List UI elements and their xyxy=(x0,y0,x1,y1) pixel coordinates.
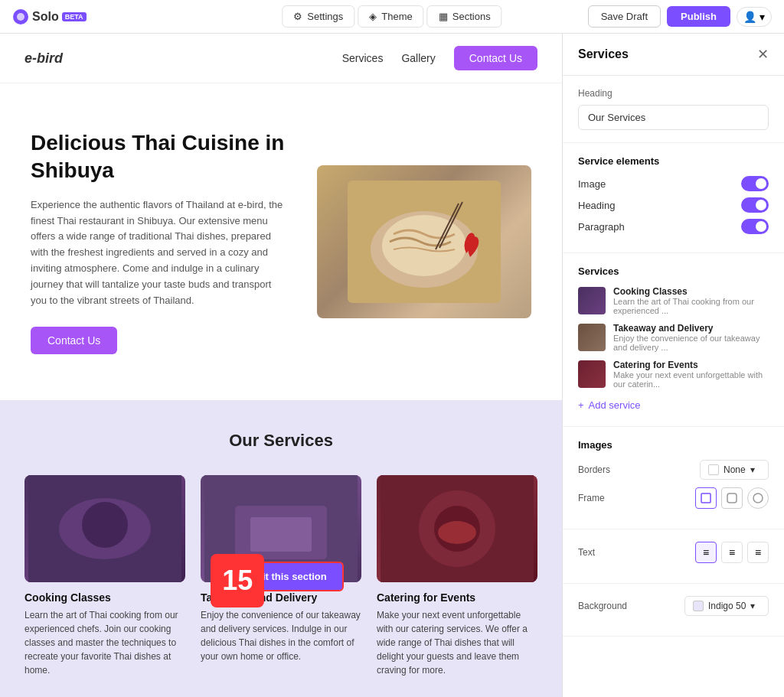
panel-heading-label: Heading xyxy=(578,88,769,99)
theme-icon: ◈ xyxy=(369,11,377,22)
site-nav: e-bird Services Gallery Contact Us xyxy=(0,34,562,83)
background-row: Background Indigo 50 ▾ xyxy=(578,596,769,616)
toggle-paragraph-label: Paragraph xyxy=(578,221,625,233)
hero-section: Delicious Thai Cuisine in Shibuya Experi… xyxy=(0,83,562,400)
services-grid: Cooking Classes Learn the art of Thai co… xyxy=(24,475,537,677)
panel-title: Services xyxy=(578,47,629,61)
toggle-paragraph[interactable] xyxy=(741,219,769,234)
publish-button[interactable]: Publish xyxy=(667,6,730,27)
toggle-image[interactable] xyxy=(741,176,769,191)
step-badge: 15 xyxy=(211,554,264,607)
borders-checkbox xyxy=(708,464,719,475)
circle-frame-icon xyxy=(753,493,763,503)
hero-cta-button[interactable]: Contact Us xyxy=(31,327,117,354)
hero-content: Delicious Thai Cuisine in Shibuya Experi… xyxy=(31,129,286,354)
panel-images-section: Images Borders None ▾ Frame xyxy=(563,427,784,529)
user-icon: 👤 xyxy=(743,11,756,23)
site-logo: e-bird xyxy=(24,50,63,67)
toggle-heading[interactable] xyxy=(741,197,769,213)
services-list-label: Services xyxy=(578,265,769,277)
service-card-catering-title: Catering for Events xyxy=(377,591,537,604)
service-card-catering-desc: Make your next event unforgettable with … xyxy=(377,608,537,677)
chevron-down-icon: ▾ xyxy=(760,11,765,23)
nav-cta-contact[interactable]: Contact Us xyxy=(454,46,537,70)
service-card-cooking-title: Cooking Classes xyxy=(24,591,185,604)
panel-service-elements-section: Service elements Image Heading Paragraph xyxy=(563,143,784,253)
list-item-thumb-catering xyxy=(578,360,606,388)
list-item-text-cooking: Cooking Classes Learn the art of Thai co… xyxy=(613,286,769,315)
list-item-text-takeaway: Takeaway and Delivery Enjoy the convenie… xyxy=(613,323,769,352)
user-menu[interactable]: 👤 ▾ xyxy=(737,7,772,27)
list-item-sub-takeaway: Enjoy the convenience of our takeaway an… xyxy=(613,334,769,352)
panel-heading-section: Heading xyxy=(563,76,784,143)
background-value: Indigo 50 xyxy=(708,601,746,611)
toggle-row-paragraph: Paragraph xyxy=(578,219,769,234)
edit-overlay: 15 ✏ Edit this section xyxy=(201,475,361,677)
logo-text: Solo xyxy=(32,10,59,24)
text-row: Text ≡ ≡ ≡ xyxy=(578,542,769,563)
bg-swatch xyxy=(693,601,704,611)
frame-square-option[interactable] xyxy=(695,487,717,509)
list-item-text-catering: Catering for Events Make your next event… xyxy=(613,360,769,389)
list-item-thumb-cooking xyxy=(578,287,606,314)
sections-label: Sections xyxy=(452,11,491,22)
services-section-title: Our Services xyxy=(24,431,537,451)
frame-circle-option[interactable] xyxy=(747,487,769,509)
nav-link-gallery[interactable]: Gallery xyxy=(401,52,435,64)
panel-text-section: Text ≡ ≡ ≡ xyxy=(563,529,784,584)
text-align-center-option[interactable]: ≡ xyxy=(721,542,743,563)
text-label: Text xyxy=(578,547,595,558)
svg-rect-17 xyxy=(701,493,710,503)
frame-rounded-option[interactable] xyxy=(721,487,743,509)
svg-point-16 xyxy=(438,521,476,544)
borders-select[interactable]: None ▾ xyxy=(700,460,769,480)
logo: Solo BETA xyxy=(12,8,87,25)
list-item-thumb-takeaway xyxy=(578,324,606,351)
hero-image xyxy=(317,165,531,318)
background-label: Background xyxy=(578,601,627,611)
service-card-cooking: Cooking Classes Learn the art of Thai co… xyxy=(24,475,185,677)
service-card-catering: Catering for Events Make your next event… xyxy=(377,475,537,677)
nav-link-services[interactable]: Services xyxy=(342,52,384,64)
topbar-right: Save Draft Publish 👤 ▾ xyxy=(588,5,772,28)
save-draft-button[interactable]: Save Draft xyxy=(588,5,661,28)
list-item[interactable]: Catering for Events Make your next event… xyxy=(578,360,769,389)
preview-area: e-bird Services Gallery Contact Us Delic… xyxy=(0,34,562,697)
panel-heading-input[interactable] xyxy=(578,105,769,130)
panel-close-button[interactable]: ✕ xyxy=(757,46,769,63)
svg-rect-18 xyxy=(727,493,737,503)
background-select[interactable]: Indigo 50 ▾ xyxy=(684,596,769,616)
borders-row: Borders None ▾ xyxy=(578,460,769,480)
add-service-button[interactable]: + Add service xyxy=(578,396,641,414)
toggle-row-image: Image xyxy=(578,176,769,191)
images-label: Images xyxy=(578,439,769,451)
toggle-image-label: Image xyxy=(578,178,606,190)
panel-background-section: Background Indigo 50 ▾ xyxy=(563,584,784,637)
list-item-sub-catering: Make your next event unforgettable with … xyxy=(613,370,769,389)
hero-description: Experience the authentic flavors of Thai… xyxy=(31,197,286,309)
toggle-heading-label: Heading xyxy=(578,200,615,211)
settings-button[interactable]: ⚙ Settings xyxy=(282,5,354,28)
square-frame-icon xyxy=(701,493,711,503)
list-item-name-takeaway: Takeaway and Delivery xyxy=(613,323,769,334)
text-align-right-option[interactable]: ≡ xyxy=(747,542,769,563)
list-item[interactable]: Takeaway and Delivery Enjoy the convenie… xyxy=(578,323,769,352)
rounded-frame-icon xyxy=(727,493,737,503)
service-img-catering xyxy=(377,475,537,582)
panel-services-list-section: Services Cooking Classes Learn the art o… xyxy=(563,253,784,427)
theme-label: Theme xyxy=(381,11,412,22)
bg-chevron-icon: ▾ xyxy=(750,601,755,611)
svg-point-19 xyxy=(753,493,763,503)
logo-badge: BETA xyxy=(62,12,87,21)
settings-label: Settings xyxy=(307,11,343,22)
plus-icon: + xyxy=(578,399,584,411)
list-item[interactable]: Cooking Classes Learn the art of Thai co… xyxy=(578,286,769,315)
theme-button[interactable]: ◈ Theme xyxy=(358,5,423,28)
site-nav-links: Services Gallery Contact Us xyxy=(342,46,537,70)
borders-label: Borders xyxy=(578,464,610,475)
svg-point-4 xyxy=(382,215,466,276)
topbar-center: ⚙ Settings ◈ Theme ▦ Sections xyxy=(282,5,501,28)
borders-value: None xyxy=(724,464,746,475)
text-align-left-option[interactable]: ≡ xyxy=(695,542,717,563)
sections-button[interactable]: ▦ Sections xyxy=(427,5,502,28)
